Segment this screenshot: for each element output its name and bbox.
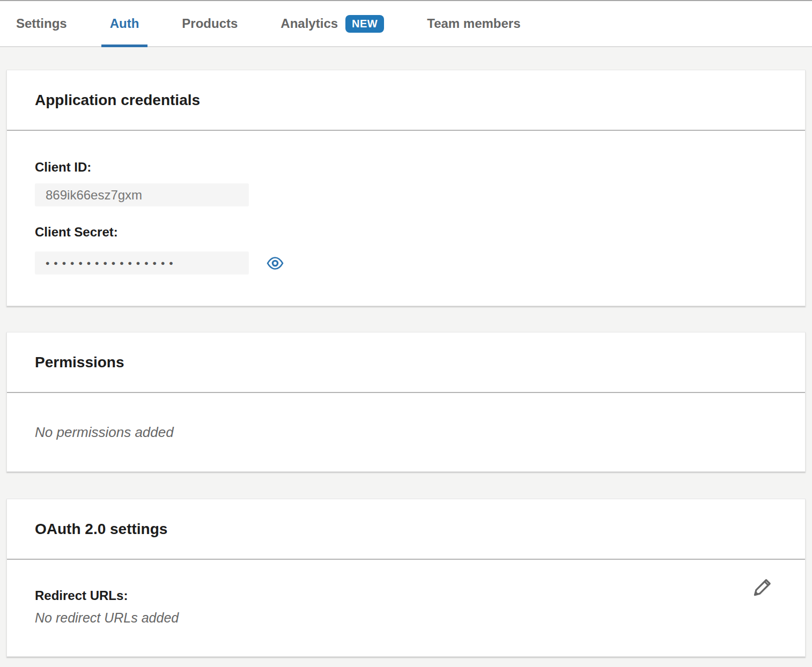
tab-settings-label: Settings <box>16 16 67 31</box>
tab-team-members-label: Team members <box>427 16 520 31</box>
application-credentials-title: Application credentials <box>35 92 200 109</box>
tab-analytics-label: Analytics <box>280 16 338 31</box>
new-badge: NEW <box>345 15 384 33</box>
eye-icon <box>266 256 284 271</box>
pencil-icon <box>750 575 775 599</box>
main-content: Application credentials Client ID: 869ik… <box>0 47 812 657</box>
application-credentials-header: Application credentials <box>7 70 805 131</box>
redirect-urls-label: Redirect URLs: <box>35 588 777 603</box>
edit-redirect-urls-button[interactable] <box>750 575 775 599</box>
permissions-header: Permissions <box>7 332 805 393</box>
tab-team-members[interactable]: Team members <box>418 1 529 46</box>
oauth-settings-body: Redirect URLs: No redirect URLs added <box>7 560 805 656</box>
tab-auth-label: Auth <box>110 16 139 31</box>
redirect-urls-empty-text: No redirect URLs added <box>35 610 777 626</box>
tab-bar: Settings Auth Products Analytics NEW Tea… <box>0 0 812 47</box>
tab-products[interactable]: Products <box>173 1 246 46</box>
application-credentials-card: Application credentials Client ID: 869ik… <box>6 70 806 306</box>
client-secret-masked-value: •••••••••••••••• <box>46 257 178 270</box>
tab-products-label: Products <box>182 16 238 31</box>
client-id-field[interactable]: 869ik66esz7gxm <box>35 183 249 206</box>
permissions-body: No permissions added <box>7 393 805 471</box>
app-auth-page: Settings Auth Products Analytics NEW Tea… <box>0 0 812 657</box>
client-id-value: 869ik66esz7gxm <box>46 188 142 203</box>
client-secret-label: Client Secret: <box>35 225 777 240</box>
permissions-title: Permissions <box>35 354 124 371</box>
oauth-settings-title: OAuth 2.0 settings <box>35 521 167 538</box>
application-credentials-body: Client ID: 869ik66esz7gxm Client Secret:… <box>7 131 805 306</box>
client-secret-row: •••••••••••••••• <box>35 251 777 275</box>
tab-analytics[interactable]: Analytics NEW <box>272 1 393 46</box>
client-id-label: Client ID: <box>35 160 777 175</box>
oauth-settings-header: OAuth 2.0 settings <box>7 499 805 560</box>
reveal-secret-button[interactable] <box>266 255 284 271</box>
oauth-settings-card: OAuth 2.0 settings Redirect URLs: No red… <box>6 499 806 657</box>
client-secret-field[interactable]: •••••••••••••••• <box>35 251 249 275</box>
permissions-empty-text: No permissions added <box>35 424 174 441</box>
tab-auth[interactable]: Auth <box>101 1 148 46</box>
tab-settings[interactable]: Settings <box>8 1 76 46</box>
permissions-card: Permissions No permissions added <box>6 332 806 472</box>
